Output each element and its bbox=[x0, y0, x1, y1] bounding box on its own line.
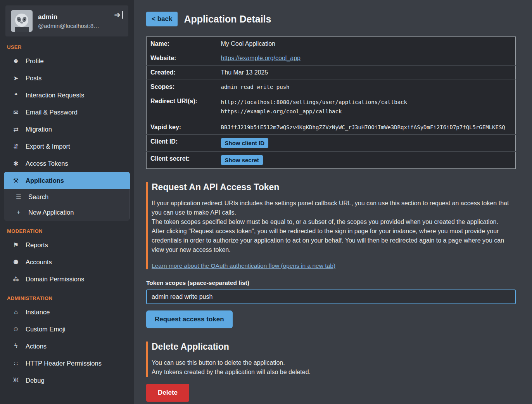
sidebar-item-debug[interactable]: Ж Debug bbox=[0, 372, 134, 389]
sidebar-item-label: Actions bbox=[26, 343, 47, 350]
tools-icon: ⚒ bbox=[12, 177, 20, 184]
sidebar-item-actions[interactable]: ϟ Actions bbox=[0, 338, 134, 355]
avatar bbox=[11, 10, 33, 32]
back-button[interactable]: < back bbox=[146, 12, 178, 26]
detail-label: Vapid key: bbox=[147, 120, 221, 134]
delete-application-heading: Delete Application bbox=[152, 342, 516, 352]
flag-icon: ⚑ bbox=[12, 241, 20, 249]
sidebar: admin @admin@localhost:80... ➔ USER ☻ Pr… bbox=[0, 0, 134, 404]
sidebar-item-label: Accounts bbox=[26, 258, 52, 266]
sidebar-item-label: Profile bbox=[26, 57, 44, 65]
sidebar-item-domain-permissions[interactable]: ⁂ Domain Permissions bbox=[0, 270, 134, 288]
sidebar-item-interaction-requests[interactable]: ❝ Interaction Requests bbox=[0, 87, 134, 104]
main-content: < back Application Details Name: My Cool… bbox=[134, 0, 532, 404]
comment-icon: ❝ bbox=[12, 92, 20, 99]
sidebar-item-migration[interactable]: ⇄ Migration bbox=[0, 121, 134, 138]
bug-icon: Ж bbox=[12, 377, 20, 384]
section-label-moderation: MODERATION bbox=[7, 228, 127, 234]
request-access-token-button[interactable]: Request access token bbox=[146, 310, 233, 328]
table-row-redirect-uris: Redirect URI(s): http://localhost:8080/s… bbox=[147, 94, 516, 120]
sidebar-nav: USER ☻ Profile ➤ Posts ❝ Interaction Req… bbox=[0, 44, 134, 389]
sidebar-item-export-import[interactable]: ⇵ Export & Import bbox=[0, 138, 134, 155]
table-row-client-secret: Client secret: Show secret bbox=[147, 151, 516, 168]
token-scopes-input[interactable] bbox=[146, 290, 516, 304]
users-icon: ⚉ bbox=[12, 258, 20, 266]
sidebar-item-label: Domain Permissions bbox=[26, 276, 84, 283]
detail-value-mono: admin read write push bbox=[221, 80, 516, 94]
table-row-vapid-key: Vapid key: BBJffJ219b5iE512m7wQSzv4KgKDh… bbox=[147, 120, 516, 134]
sidebar-item-access-tokens[interactable]: ✱ Access Tokens bbox=[0, 155, 134, 172]
sidebar-item-label: Access Tokens bbox=[26, 160, 68, 167]
delete-application-section: Delete Application You can use this butt… bbox=[146, 342, 516, 377]
token-scopes-label: Token scopes (space-separated list) bbox=[146, 279, 516, 286]
detail-label: Redirect URI(s): bbox=[147, 94, 221, 120]
sidebar-item-label: Email & Password bbox=[26, 109, 78, 116]
sidebar-item-applications[interactable]: ⚒ Applications bbox=[4, 172, 130, 189]
smiley-icon: ☺ bbox=[12, 326, 20, 333]
sidebar-item-label: Custom Emoji bbox=[26, 326, 66, 333]
applications-subnav: ☰ Search + New Application bbox=[4, 189, 130, 220]
request-token-section: Request An API Access Token If your appl… bbox=[146, 182, 516, 269]
sidebar-item-accounts[interactable]: ⚉ Accounts bbox=[0, 253, 134, 270]
bolt-icon: ϟ bbox=[12, 343, 20, 350]
section-label-administration: ADMINISTRATION bbox=[7, 295, 127, 301]
delete-paragraph-1: You can use this button to delete the ap… bbox=[152, 358, 516, 368]
sidebar-item-label: Reports bbox=[26, 241, 48, 249]
section-label-user: USER bbox=[7, 44, 127, 50]
detail-label: Website: bbox=[147, 51, 221, 66]
settings-panel: admin @admin@localhost:80... ➔ USER ☻ Pr… bbox=[0, 0, 532, 404]
request-token-paragraph-2: The token scopes specified below must be… bbox=[152, 217, 516, 227]
detail-label: Client secret: bbox=[147, 151, 221, 168]
sidebar-item-new-application[interactable]: + New Application bbox=[4, 205, 130, 220]
table-row-client-id: Client ID: Show client ID bbox=[147, 134, 516, 151]
sidebar-item-label: Interaction Requests bbox=[26, 92, 84, 99]
transfer-arrows-icon: ⇄ bbox=[12, 126, 20, 133]
sidebar-item-applications-search[interactable]: ☰ Search bbox=[4, 189, 130, 205]
list-icon: ☰ bbox=[14, 193, 23, 201]
website-link[interactable]: https://example.org/cool_app bbox=[221, 55, 301, 61]
paper-plane-icon: ➤ bbox=[12, 75, 20, 82]
header-permissions-icon: ∷ bbox=[12, 360, 20, 367]
applications-group: ⚒ Applications ☰ Search + New Applicatio… bbox=[4, 172, 130, 220]
page-title: Application Details bbox=[184, 14, 271, 25]
sidebar-item-posts[interactable]: ➤ Posts bbox=[0, 69, 134, 87]
sidebar-item-label: New Application bbox=[28, 209, 74, 216]
sidebar-item-reports[interactable]: ⚑ Reports bbox=[0, 236, 134, 253]
show-client-id-button[interactable]: Show client ID bbox=[221, 138, 269, 148]
user-meta: admin @admin@localhost:80... bbox=[38, 13, 100, 29]
request-token-heading: Request An API Access Token bbox=[152, 182, 516, 192]
sidebar-item-label: Debug bbox=[26, 377, 45, 384]
redirect-uri-1: http://localhost:8080/settings/user/appl… bbox=[221, 98, 512, 107]
detail-value: Thu Mar 13 2025 bbox=[221, 66, 516, 80]
sidebar-item-label: Search bbox=[28, 193, 48, 201]
show-secret-button[interactable]: Show secret bbox=[221, 155, 263, 165]
application-details-table: Name: My Cool Application Website: https… bbox=[146, 36, 516, 169]
oauth-docs-link[interactable]: Learn more about the OAuth authenticatio… bbox=[152, 262, 335, 269]
user-card: admin @admin@localhost:80... ➔ bbox=[5, 5, 128, 36]
detail-label: Created: bbox=[147, 66, 221, 80]
table-row-created: Created: Thu Mar 13 2025 bbox=[147, 66, 516, 80]
request-token-paragraph-1: If your application redirect URIs includ… bbox=[152, 199, 516, 217]
detail-value: My Cool Application bbox=[221, 37, 516, 51]
detail-label: Scopes: bbox=[147, 80, 221, 94]
sidebar-item-profile[interactable]: ☻ Profile bbox=[0, 52, 134, 69]
detail-label: Client ID: bbox=[147, 134, 221, 151]
sidebar-item-email-password[interactable]: ✉ Email & Password bbox=[0, 104, 134, 121]
sidebar-item-custom-emoji[interactable]: ☺ Custom Emoji bbox=[0, 321, 134, 338]
delete-button[interactable]: Delete bbox=[146, 384, 189, 402]
delete-paragraph-2: Any tokens created by the application wi… bbox=[152, 368, 516, 377]
plus-icon: + bbox=[14, 209, 23, 216]
logout-icon[interactable]: ➔ bbox=[114, 11, 123, 19]
sidebar-item-label: Export & Import bbox=[26, 143, 70, 150]
request-token-paragraph-3: After clicking "Request access token", y… bbox=[152, 227, 516, 255]
sidebar-item-http-header-permissions[interactable]: ∷ HTTP Header Permissions bbox=[0, 355, 134, 372]
sidebar-item-label: Posts bbox=[26, 75, 41, 82]
detail-value-mono: BBJffJ219b5iE512m7wQSzv4KgKDhgZZVzNyWC_r… bbox=[221, 120, 516, 134]
sidebar-item-instance[interactable]: ⌂ Instance bbox=[0, 303, 134, 321]
floppy-disk-icon: ⇵ bbox=[12, 143, 20, 150]
sidebar-item-label: Instance bbox=[26, 309, 50, 316]
asterisk-icon: ✱ bbox=[12, 160, 20, 167]
user-name: admin bbox=[38, 13, 100, 21]
sidebar-item-label: Migration bbox=[26, 126, 52, 133]
detail-label: Name: bbox=[147, 37, 221, 51]
